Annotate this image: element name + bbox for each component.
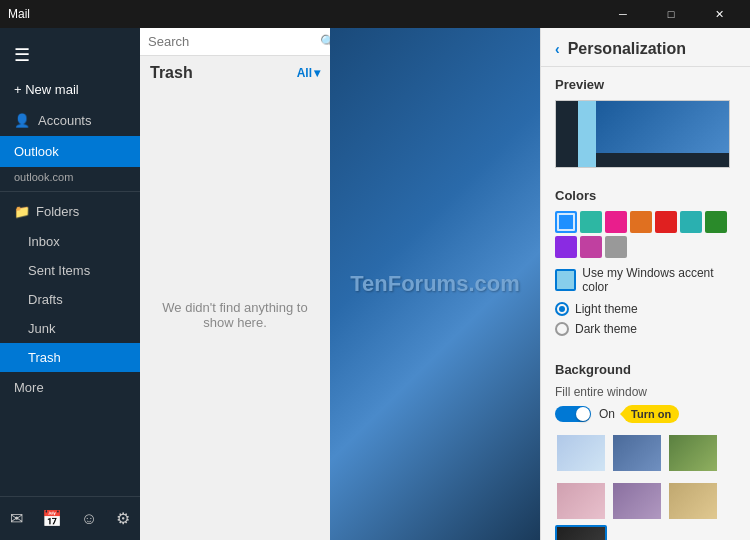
email-list-title: Trash xyxy=(150,64,193,82)
email-list-empty: We didn't find anything to show here. xyxy=(140,90,330,540)
use-accent-label: Use my Windows accent color xyxy=(582,266,736,294)
sidebar-item-junk[interactable]: Junk xyxy=(0,314,140,343)
close-button[interactable]: ✕ xyxy=(696,0,742,28)
accounts-label: Accounts xyxy=(38,113,91,128)
folder-icon: 📁 xyxy=(14,204,30,219)
personalization-panel: ‹ Personalization Preview Colors xyxy=(540,28,750,540)
app-container: ☰ + New mail 👤 Accounts Outlook outlook.… xyxy=(0,28,750,540)
sidebar-divider xyxy=(0,191,140,192)
color-swatch-green[interactable] xyxy=(705,211,727,233)
bg-thumbs-row1 xyxy=(555,433,736,473)
maximize-button[interactable]: □ xyxy=(648,0,694,28)
title-bar: Mail ─ □ ✕ xyxy=(0,0,750,28)
sidebar-outlook[interactable]: Outlook xyxy=(0,136,140,167)
folders-header: 📁 Folders xyxy=(0,196,140,227)
fill-window-label: Fill entire window xyxy=(555,385,736,399)
bg-thumb-1[interactable] xyxy=(555,433,607,473)
sidebar-item-inbox[interactable]: Inbox xyxy=(0,227,140,256)
use-accent-row: Use my Windows accent color xyxy=(555,266,736,294)
callout-wrapper: Turn on xyxy=(623,405,679,423)
color-swatch-pink[interactable] xyxy=(605,211,627,233)
bg-thumbs-row2 xyxy=(555,481,736,540)
people-bottom-icon[interactable]: ☺ xyxy=(73,506,105,532)
filter-button[interactable]: All ▾ xyxy=(297,66,320,80)
fill-window-row: On Turn on xyxy=(555,405,736,423)
bg-thumb-3[interactable] xyxy=(667,433,719,473)
color-swatch-blue[interactable] xyxy=(555,211,577,233)
dark-theme-row: Dark theme xyxy=(555,322,736,336)
preview-taskbar xyxy=(596,153,729,167)
colors-label: Colors xyxy=(555,188,736,203)
light-theme-row: Light theme xyxy=(555,302,736,316)
toggle-knob xyxy=(576,407,590,421)
toggle-on-label: On xyxy=(599,407,615,421)
sidebar-bottom: ✉ 📅 ☺ ⚙ xyxy=(0,496,140,540)
background-section: Background Fill entire window On Turn on xyxy=(541,352,750,540)
settings-bottom-icon[interactable]: ⚙ xyxy=(108,505,138,532)
color-swatch-purple[interactable] xyxy=(555,236,577,258)
new-mail-button[interactable]: + New mail xyxy=(0,74,140,105)
preview-box xyxy=(555,100,730,168)
calendar-bottom-icon[interactable]: 📅 xyxy=(34,505,70,532)
preview-desktop xyxy=(596,101,729,153)
mail-bottom-icon[interactable]: ✉ xyxy=(2,505,31,532)
filter-label: All xyxy=(297,66,312,80)
background-label: Background xyxy=(555,362,736,377)
menu-button[interactable]: ☰ xyxy=(0,36,140,74)
preview-label: Preview xyxy=(555,77,736,92)
sidebar-item-trash[interactable]: Trash xyxy=(0,343,140,372)
search-input[interactable] xyxy=(148,34,316,49)
accent-swatch[interactable] xyxy=(555,269,576,291)
back-button[interactable]: ‹ xyxy=(555,41,560,57)
sidebar-item-sent[interactable]: Sent Items xyxy=(0,256,140,285)
bg-thumb-4[interactable] xyxy=(555,481,607,521)
color-swatch-magenta[interactable] xyxy=(580,236,602,258)
folders-label: Folders xyxy=(36,204,79,219)
preview-accent xyxy=(578,101,596,167)
sidebar-item-drafts[interactable]: Drafts xyxy=(0,285,140,314)
email-list-panel: 🔍 🔄 ⋯ Trash All ▾ We didn't find anythin… xyxy=(140,28,330,540)
panel-header: ‹ Personalization xyxy=(541,28,750,67)
sidebar-outlook-sub: outlook.com xyxy=(0,167,140,187)
preview-section: Preview xyxy=(541,67,750,178)
sidebar-more-button[interactable]: More xyxy=(0,372,140,403)
bg-thumb-6[interactable] xyxy=(667,481,719,521)
light-theme-label: Light theme xyxy=(575,302,638,316)
main-content: TenForums.com xyxy=(330,28,540,540)
panel-title: Personalization xyxy=(568,40,686,58)
dark-theme-radio[interactable] xyxy=(555,322,569,336)
chevron-down-icon: ▾ xyxy=(314,66,320,80)
title-bar-controls: ─ □ ✕ xyxy=(600,0,742,28)
color-swatch-red[interactable] xyxy=(655,211,677,233)
bg-thumb-2[interactable] xyxy=(611,433,663,473)
color-swatch-cyan[interactable] xyxy=(680,211,702,233)
colors-section: Colors Use my Windows accent color Light xyxy=(541,178,750,352)
callout-bubble: Turn on xyxy=(623,405,679,423)
bg-thumb-5[interactable] xyxy=(611,481,663,521)
email-list-header: Trash All ▾ xyxy=(140,56,330,90)
title-bar-left: Mail xyxy=(8,7,30,21)
light-theme-radio[interactable] xyxy=(555,302,569,316)
bg-thumb-7[interactable] xyxy=(555,525,607,540)
watermark: TenForums.com xyxy=(350,271,520,297)
color-swatch-gray[interactable] xyxy=(605,236,627,258)
accounts-button[interactable]: 👤 Accounts xyxy=(0,105,140,136)
app-name: Mail xyxy=(8,7,30,21)
sidebar: ☰ + New mail 👤 Accounts Outlook outlook.… xyxy=(0,28,140,540)
search-bar: 🔍 🔄 ⋯ xyxy=(140,28,330,56)
fill-window-toggle[interactable] xyxy=(555,406,591,422)
sidebar-top: ☰ + New mail 👤 Accounts Outlook outlook.… xyxy=(0,28,140,411)
person-icon: 👤 xyxy=(14,113,30,128)
preview-sidebar xyxy=(556,101,578,167)
color-swatch-orange[interactable] xyxy=(630,211,652,233)
empty-message: We didn't find anything to show here. xyxy=(160,300,310,330)
color-swatch-teal[interactable] xyxy=(580,211,602,233)
dark-theme-label: Dark theme xyxy=(575,322,637,336)
minimize-button[interactable]: ─ xyxy=(600,0,646,28)
color-grid xyxy=(555,211,736,258)
